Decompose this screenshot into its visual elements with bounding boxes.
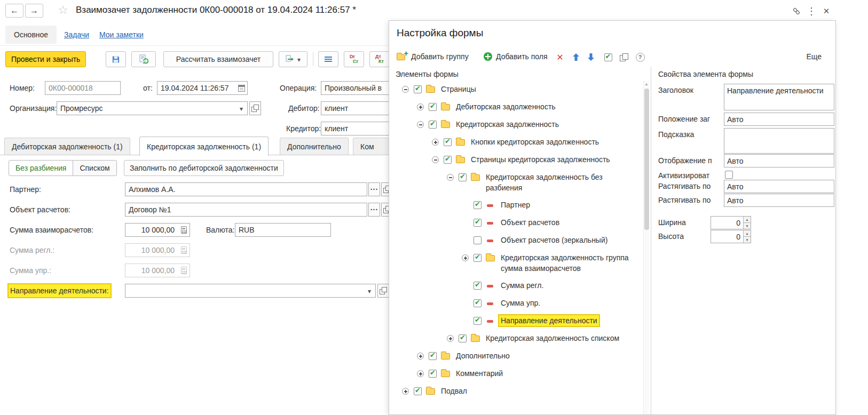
as-list-toggle[interactable]: Списком — [73, 160, 116, 176]
organization-open-button[interactable] — [249, 101, 261, 115]
checkbox-checked[interactable] — [444, 156, 452, 164]
copy-button[interactable] — [618, 51, 630, 63]
checkbox-checked[interactable] — [444, 138, 452, 146]
tree-scrollbar[interactable] — [643, 81, 649, 414]
tree-item-payable-pages[interactable]: Страницы кредиторская задолженность — [390, 151, 642, 169]
tree-item-footer[interactable]: Подвал — [390, 382, 642, 400]
dt-kt-button[interactable]: ДтКт — [369, 51, 390, 67]
checkbox-checked[interactable] — [429, 352, 437, 360]
organization-dropdown-button[interactable] — [235, 102, 247, 115]
tree-item-label[interactable]: Комментарий — [454, 368, 504, 379]
dr-cr-button[interactable]: DrCr — [344, 51, 364, 67]
collapse-icon[interactable] — [447, 174, 454, 181]
direction-open-button[interactable] — [377, 284, 389, 298]
expand-icon[interactable] — [432, 139, 439, 146]
expand-icon[interactable] — [462, 254, 469, 261]
direction-dropdown-button[interactable] — [364, 284, 375, 297]
settlement-object-input[interactable]: Договор №1 — [125, 203, 367, 217]
organization-combo[interactable]: Промресурс — [57, 101, 248, 115]
direction-combo[interactable] — [125, 284, 376, 298]
tree-item-label[interactable]: Дополнительно — [454, 350, 511, 361]
checkbox-checked[interactable] — [429, 370, 437, 378]
settlement-object-ellipsis-button[interactable] — [368, 203, 380, 217]
date-input[interactable]: 19.04.2024 11:26:57 — [157, 81, 248, 95]
tree-item-label[interactable]: Кредиторская задолженность списком — [484, 333, 621, 344]
tree-item-comment[interactable]: Комментарий — [390, 365, 642, 382]
currency-input[interactable]: RUB — [235, 223, 331, 237]
stepper-up-icon[interactable] — [744, 230, 751, 237]
expand-icon[interactable] — [417, 353, 424, 360]
tree-item-amount-mgmt[interactable]: Сумма упр. — [390, 294, 642, 312]
caption-position-input[interactable]: Авто — [724, 113, 834, 126]
expand-icon[interactable] — [417, 370, 424, 377]
add-fields-button[interactable]: Добавить поля — [484, 49, 548, 65]
partner-ellipsis-button[interactable] — [368, 182, 380, 196]
scroll-up-arrow[interactable] — [644, 81, 649, 87]
tree-item-pages[interactable]: Страницы — [390, 81, 642, 98]
delete-button[interactable] — [554, 51, 566, 63]
calendar-button[interactable] — [235, 82, 247, 94]
tree-item-label[interactable]: Партнер — [499, 199, 532, 210]
stepper-down-icon[interactable] — [744, 223, 751, 229]
tree-item-settlement-object[interactable]: Объект расчетов — [390, 214, 642, 232]
tree-item-label[interactable]: Объект расчетов — [499, 217, 561, 228]
tree-item-label[interactable]: Страницы кредиторская задолженность — [469, 154, 612, 165]
checkbox-checked[interactable] — [474, 201, 482, 209]
tree-item-receivable[interactable]: Дебиторская задолженность — [390, 98, 642, 116]
collapse-icon[interactable] — [402, 86, 409, 93]
tree-item-payable-no-split[interactable]: Кредиторская задолженность без разбиения — [390, 169, 642, 196]
tree-item-label[interactable]: Сумма регл. — [499, 280, 545, 291]
checkbox-checked[interactable] — [459, 173, 467, 181]
number-input[interactable]: 0К00-000018 — [45, 81, 121, 95]
tree-item-label[interactable]: Подвал — [439, 386, 469, 396]
tooltip-input[interactable] — [724, 128, 834, 154]
checkbox-checked[interactable] — [429, 121, 437, 129]
collapse-icon[interactable] — [417, 121, 424, 128]
tree-item-settlement-object-mirror[interactable]: Объект расчетов (зеркальный) — [390, 232, 642, 249]
tab-receivable[interactable]: Дебиторская задолженность (1) — [4, 138, 130, 155]
checkbox-checked[interactable] — [474, 282, 482, 290]
tree-item-label[interactable]: Сумма упр. — [499, 298, 542, 308]
related-documents-button[interactable] — [318, 51, 338, 67]
checkbox-checked[interactable] — [414, 85, 422, 93]
save-button[interactable] — [106, 51, 126, 67]
activate-checkbox[interactable] — [725, 171, 733, 179]
add-group-button[interactable]: Добавить группу — [397, 49, 469, 65]
checkbox-checked[interactable] — [459, 334, 467, 342]
tree-item-payable-buttons[interactable]: Кнопки кредиторская задолженность — [390, 133, 642, 151]
tab-additional[interactable]: Дополнительно — [280, 138, 349, 155]
tree-item-label-selected[interactable]: Направление деятельности — [499, 315, 599, 326]
tree-item-payable-as-list[interactable]: Кредиторская задолженность списком — [390, 330, 642, 347]
tree-item-label[interactable]: Кредиторская задолженность группа сумма … — [499, 252, 639, 274]
tree-item-amount-group[interactable]: Кредиторская задолженность группа сумма … — [390, 249, 642, 277]
width-stepper[interactable] — [743, 217, 751, 229]
back-button[interactable] — [5, 4, 23, 18]
checkbox-checked[interactable] — [429, 103, 437, 111]
nav-tab-main[interactable]: Основное — [5, 26, 57, 44]
checkbox-checked[interactable] — [474, 219, 482, 227]
height-input[interactable]: 0 — [711, 230, 751, 243]
tree-item-payable[interactable]: Кредиторская задолженность — [390, 116, 642, 133]
no-split-toggle[interactable]: Без разбиения — [9, 160, 73, 176]
scrollbar-thumb[interactable] — [644, 89, 649, 230]
caption-input[interactable]: Направление деятельности — [724, 84, 834, 110]
stretch-horizontal-input[interactable]: Авто — [724, 180, 834, 193]
partner-input[interactable]: Алхимов А.А. — [125, 182, 367, 196]
height-stepper[interactable] — [743, 230, 751, 243]
expand-icon[interactable] — [402, 388, 409, 395]
close-icon[interactable] — [820, 5, 833, 18]
tree-item-label[interactable]: Кредиторская задолженность без разбиения — [484, 172, 618, 193]
checkbox-checked[interactable] — [414, 387, 422, 395]
checkbox-checked[interactable] — [474, 299, 482, 307]
help-button[interactable] — [634, 51, 646, 63]
tree-item-label[interactable]: Дебиторская задолженность — [454, 101, 557, 112]
tree-item-label[interactable]: Кредиторская задолженность — [454, 119, 561, 130]
checkbox-checked[interactable] — [474, 317, 482, 325]
stepper-up-icon[interactable] — [744, 217, 751, 223]
collapse-icon[interactable] — [432, 156, 439, 163]
calculate-offset-button[interactable]: Рассчитать взаимозачет — [163, 51, 273, 67]
nav-link-notes[interactable]: Мои заметки — [99, 30, 144, 39]
tree-item-direction[interactable]: Направление деятельности — [390, 312, 642, 330]
forward-button[interactable] — [25, 4, 43, 18]
amount-input[interactable]: 10 000,00 — [125, 223, 190, 237]
